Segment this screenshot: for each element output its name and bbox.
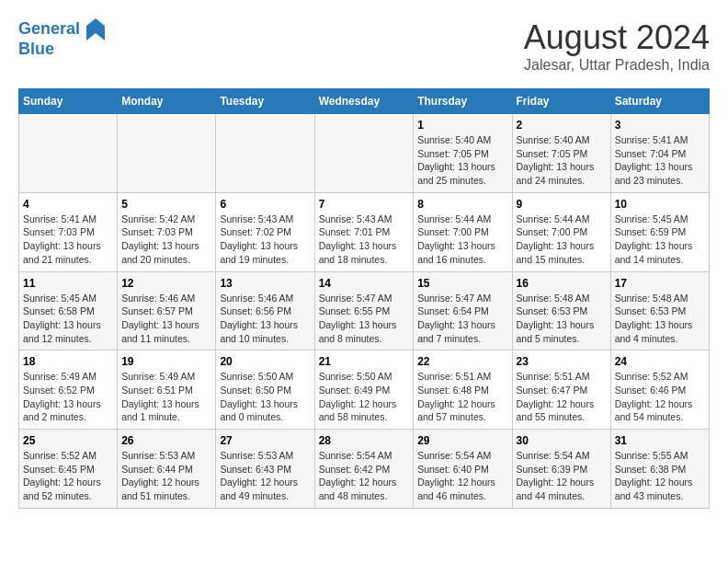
calendar-cell: 10Sunrise: 5:45 AMSunset: 6:59 PMDayligh… <box>610 192 709 271</box>
calendar-week-row: 18Sunrise: 5:49 AMSunset: 6:52 PMDayligh… <box>19 350 710 430</box>
calendar-cell: 28Sunrise: 5:54 AMSunset: 6:42 PMDayligh… <box>314 430 414 509</box>
day-number: 24 <box>615 355 705 368</box>
header-monday: Monday <box>118 89 216 114</box>
day-number: 15 <box>417 277 507 290</box>
calendar-header: SundayMondayTuesdayWednesdayThursdayFrid… <box>19 89 710 114</box>
day-info: Sunrise: 5:46 AMSunset: 6:57 PMDaylight:… <box>121 292 211 346</box>
day-info: Sunrise: 5:49 AMSunset: 6:51 PMDaylight:… <box>121 370 211 424</box>
page-header: General Blue August 2024 Jalesar, Uttar … <box>18 18 710 74</box>
day-info: Sunrise: 5:55 AMSunset: 6:38 PMDaylight:… <box>615 449 705 503</box>
day-number: 14 <box>319 277 410 290</box>
calendar-cell: 23Sunrise: 5:51 AMSunset: 6:47 PMDayligh… <box>512 350 610 430</box>
day-number: 28 <box>319 434 410 447</box>
day-number: 11 <box>23 277 113 290</box>
day-number: 21 <box>319 355 410 368</box>
day-number: 26 <box>121 434 211 447</box>
day-number: 16 <box>517 277 607 290</box>
header-sunday: Sunday <box>19 89 118 114</box>
calendar-cell: 24Sunrise: 5:52 AMSunset: 6:46 PMDayligh… <box>610 350 709 430</box>
day-info: Sunrise: 5:54 AMSunset: 6:39 PMDaylight:… <box>517 449 607 503</box>
calendar-cell: 16Sunrise: 5:48 AMSunset: 6:53 PMDayligh… <box>512 271 610 350</box>
day-info: Sunrise: 5:42 AMSunset: 7:03 PMDaylight:… <box>121 213 211 267</box>
calendar-cell: 26Sunrise: 5:53 AMSunset: 6:44 PMDayligh… <box>118 430 216 509</box>
day-number: 31 <box>615 434 705 447</box>
header-wednesday: Wednesday <box>314 89 414 114</box>
day-info: Sunrise: 5:43 AMSunset: 7:02 PMDaylight:… <box>220 213 310 267</box>
day-info: Sunrise: 5:40 AMSunset: 7:05 PMDaylight:… <box>417 133 507 188</box>
day-number: 1 <box>417 119 507 132</box>
calendar-week-row: 4Sunrise: 5:41 AMSunset: 7:03 PMDaylight… <box>19 192 710 271</box>
day-info: Sunrise: 5:47 AMSunset: 6:55 PMDaylight:… <box>319 292 410 346</box>
day-number: 10 <box>615 198 705 211</box>
calendar-table: SundayMondayTuesdayWednesdayThursdayFrid… <box>18 88 710 509</box>
day-info: Sunrise: 5:44 AMSunset: 7:00 PMDaylight:… <box>517 213 607 267</box>
day-info: Sunrise: 5:51 AMSunset: 6:47 PMDaylight:… <box>517 370 607 424</box>
title-block: August 2024 Jalesar, Uttar Pradesh, Indi… <box>524 18 710 74</box>
day-number: 30 <box>517 434 607 447</box>
day-number: 25 <box>23 434 113 447</box>
day-info: Sunrise: 5:40 AMSunset: 7:05 PMDaylight:… <box>517 133 607 188</box>
day-number: 8 <box>417 198 507 211</box>
calendar-cell: 3Sunrise: 5:41 AMSunset: 7:04 PMDaylight… <box>610 114 709 193</box>
calendar-cell: 8Sunrise: 5:44 AMSunset: 7:00 PMDaylight… <box>414 192 512 271</box>
calendar-cell: 7Sunrise: 5:43 AMSunset: 7:01 PMDaylight… <box>314 192 414 271</box>
day-number: 3 <box>615 119 705 132</box>
calendar-cell <box>19 114 118 193</box>
calendar-week-row: 25Sunrise: 5:52 AMSunset: 6:45 PMDayligh… <box>19 430 710 509</box>
logo: General Blue <box>18 18 105 59</box>
calendar-cell: 27Sunrise: 5:53 AMSunset: 6:43 PMDayligh… <box>216 430 314 509</box>
day-number: 22 <box>417 355 507 368</box>
day-info: Sunrise: 5:51 AMSunset: 6:48 PMDaylight:… <box>417 370 507 424</box>
calendar-cell: 30Sunrise: 5:54 AMSunset: 6:39 PMDayligh… <box>512 430 610 509</box>
calendar-cell: 14Sunrise: 5:47 AMSunset: 6:55 PMDayligh… <box>314 271 414 350</box>
calendar-cell: 21Sunrise: 5:50 AMSunset: 6:49 PMDayligh… <box>314 350 414 430</box>
day-info: Sunrise: 5:53 AMSunset: 6:44 PMDaylight:… <box>121 449 211 503</box>
day-number: 6 <box>220 198 310 211</box>
header-thursday: Thursday <box>414 89 512 114</box>
day-info: Sunrise: 5:43 AMSunset: 7:01 PMDaylight:… <box>319 213 410 267</box>
day-number: 27 <box>220 434 310 447</box>
day-info: Sunrise: 5:45 AMSunset: 6:59 PMDaylight:… <box>615 213 705 267</box>
calendar-cell: 17Sunrise: 5:48 AMSunset: 6:53 PMDayligh… <box>610 271 709 350</box>
day-info: Sunrise: 5:49 AMSunset: 6:52 PMDaylight:… <box>23 370 113 424</box>
day-info: Sunrise: 5:50 AMSunset: 6:49 PMDaylight:… <box>319 370 410 424</box>
day-info: Sunrise: 5:50 AMSunset: 6:50 PMDaylight:… <box>220 370 310 424</box>
page-title: August 2024 <box>524 18 710 57</box>
day-number: 12 <box>121 277 211 290</box>
day-info: Sunrise: 5:45 AMSunset: 6:58 PMDaylight:… <box>23 292 113 346</box>
calendar-cell: 9Sunrise: 5:44 AMSunset: 7:00 PMDaylight… <box>512 192 610 271</box>
day-info: Sunrise: 5:48 AMSunset: 6:53 PMDaylight:… <box>517 292 607 346</box>
day-number: 23 <box>517 355 607 368</box>
calendar-week-row: 1Sunrise: 5:40 AMSunset: 7:05 PMDaylight… <box>19 114 710 193</box>
calendar-cell: 22Sunrise: 5:51 AMSunset: 6:48 PMDayligh… <box>414 350 512 430</box>
day-info: Sunrise: 5:47 AMSunset: 6:54 PMDaylight:… <box>417 292 507 346</box>
calendar-cell: 31Sunrise: 5:55 AMSunset: 6:38 PMDayligh… <box>610 430 709 509</box>
day-number: 4 <box>23 198 113 211</box>
logo-text: General Blue <box>18 18 105 59</box>
day-info: Sunrise: 5:41 AMSunset: 7:03 PMDaylight:… <box>23 213 113 267</box>
day-number: 17 <box>615 277 705 290</box>
header-row: SundayMondayTuesdayWednesdayThursdayFrid… <box>19 89 710 114</box>
calendar-cell <box>314 114 414 193</box>
day-number: 2 <box>517 119 607 132</box>
calendar-week-row: 11Sunrise: 5:45 AMSunset: 6:58 PMDayligh… <box>19 271 710 350</box>
header-saturday: Saturday <box>610 89 709 114</box>
day-info: Sunrise: 5:48 AMSunset: 6:53 PMDaylight:… <box>615 292 705 346</box>
calendar-cell: 1Sunrise: 5:40 AMSunset: 7:05 PMDaylight… <box>414 114 512 193</box>
day-number: 9 <box>517 198 607 211</box>
day-info: Sunrise: 5:53 AMSunset: 6:43 PMDaylight:… <box>220 449 310 503</box>
calendar-cell: 12Sunrise: 5:46 AMSunset: 6:57 PMDayligh… <box>118 271 216 350</box>
calendar-cell: 4Sunrise: 5:41 AMSunset: 7:03 PMDaylight… <box>19 192 118 271</box>
day-number: 7 <box>319 198 410 211</box>
calendar-body: 1Sunrise: 5:40 AMSunset: 7:05 PMDaylight… <box>19 114 710 509</box>
calendar-cell: 5Sunrise: 5:42 AMSunset: 7:03 PMDaylight… <box>118 192 216 271</box>
day-info: Sunrise: 5:54 AMSunset: 6:42 PMDaylight:… <box>319 449 410 503</box>
calendar-cell: 2Sunrise: 5:40 AMSunset: 7:05 PMDaylight… <box>512 114 610 193</box>
calendar-cell: 13Sunrise: 5:46 AMSunset: 6:56 PMDayligh… <box>216 271 314 350</box>
header-friday: Friday <box>512 89 610 114</box>
day-number: 19 <box>121 355 211 368</box>
calendar-cell: 19Sunrise: 5:49 AMSunset: 6:51 PMDayligh… <box>118 350 216 430</box>
day-number: 20 <box>220 355 310 368</box>
day-info: Sunrise: 5:52 AMSunset: 6:46 PMDaylight:… <box>615 370 705 424</box>
calendar-cell <box>118 114 216 193</box>
